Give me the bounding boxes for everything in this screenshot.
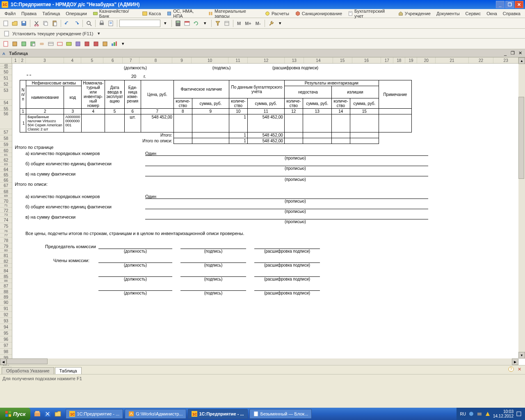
col-header-22[interactable]: 22: [469, 57, 494, 63]
wtab-help-icon[interactable]: ?: [507, 365, 515, 373]
row-header-75[interactable]: 75: [0, 223, 12, 229]
save-button[interactable]: [20, 19, 28, 27]
task-3[interactable]: 1C 1С:Предприятие - ...: [188, 409, 247, 419]
ql-1[interactable]: [33, 409, 42, 418]
wtab-table[interactable]: Таблица: [55, 367, 82, 374]
col-header-11[interactable]: 11: [228, 57, 248, 63]
open-button[interactable]: [11, 19, 19, 27]
maximize-button[interactable]: ❐: [505, 1, 514, 8]
col-header-17[interactable]: 17: [381, 57, 393, 63]
institution-button[interactable]: [2, 30, 11, 38]
ico-4[interactable]: [29, 40, 37, 48]
menu-documents[interactable]: Документы: [434, 10, 463, 17]
tray-icon-1[interactable]: [468, 411, 474, 417]
row-header-62[interactable]: 62: [0, 157, 12, 162]
col-header-20[interactable]: 20: [417, 57, 436, 63]
row-header-66[interactable]: 66: [0, 177, 12, 183]
row-header-71[interactable]: 71: [0, 203, 12, 208]
settings-button[interactable]: ▾: [201, 19, 209, 27]
row-header-59[interactable]: 59: [0, 142, 12, 148]
row-header-92[interactable]: 92: [0, 312, 12, 318]
menu-assets[interactable]: ОС, НМА, НПА: [164, 8, 205, 19]
col-header-6[interactable]: 6: [103, 57, 123, 63]
col-header-9[interactable]: 9: [172, 57, 192, 63]
ico-7[interactable]: [56, 40, 64, 48]
redo-button[interactable]: [72, 19, 80, 27]
row-header-57[interactable]: 57: [0, 129, 12, 135]
menu-edit[interactable]: Правка: [18, 10, 39, 17]
row-header-81[interactable]: 81: [0, 253, 12, 258]
show-desktop[interactable]: [516, 411, 522, 417]
row-header-83[interactable]: 83: [0, 264, 12, 268]
wtab-processing[interactable]: Обработка Указание: [2, 367, 54, 374]
ico-12[interactable]: [101, 40, 109, 48]
row-header-91[interactable]: 91: [0, 306, 12, 312]
ico-11[interactable]: [92, 40, 100, 48]
v-scroll-thumb[interactable]: [518, 97, 524, 179]
row-header-61[interactable]: 61: [0, 153, 12, 157]
task-1[interactable]: 1C 1С:Предприятие - ...: [66, 409, 123, 419]
col-header-12[interactable]: 12: [248, 57, 285, 63]
doc-close[interactable]: ✕: [517, 50, 523, 57]
ql-3[interactable]: [53, 409, 62, 418]
ico-5[interactable]: [38, 40, 46, 48]
preview-button[interactable]: [107, 19, 115, 27]
scroll-up[interactable]: ▲: [518, 57, 525, 64]
row-header-95[interactable]: 95: [0, 330, 12, 336]
row-header-53[interactable]: 53: [0, 87, 12, 100]
col-header-21[interactable]: 21: [436, 57, 468, 63]
doc-restore[interactable]: ❐: [509, 50, 516, 57]
calc-button[interactable]: [174, 19, 182, 27]
row-header-54[interactable]: 54: [0, 100, 12, 106]
row-header-70[interactable]: 70: [0, 198, 12, 203]
wtab-close-icon[interactable]: ✕: [515, 365, 523, 373]
font-input[interactable]: [119, 20, 160, 27]
ico-3[interactable]: [20, 40, 28, 48]
sort-button[interactable]: [223, 19, 231, 27]
clock[interactable]: 10:03 14.12.2012: [493, 409, 514, 418]
paste-button[interactable]: [50, 19, 59, 27]
row-header-96[interactable]: 96: [0, 336, 12, 342]
ico-8[interactable]: [65, 40, 73, 48]
h-scrollbar[interactable]: ◀ ▶: [0, 358, 518, 365]
row-header-68[interactable]: 68: [0, 189, 12, 194]
row-header-58[interactable]: 58: [0, 135, 12, 142]
col-header-1[interactable]: 1: [12, 57, 19, 63]
lang-indicator[interactable]: RU: [460, 412, 466, 416]
ico-13[interactable]: [110, 40, 118, 48]
start-button[interactable]: Пуск: [0, 408, 30, 420]
row-header-89[interactable]: 89: [0, 294, 12, 299]
wrench-dropdown[interactable]: ▾: [276, 19, 284, 27]
menu-inventory[interactable]: Материальные запасы: [205, 8, 262, 19]
menu-payroll[interactable]: Расчеты: [262, 10, 292, 17]
print-button[interactable]: [98, 19, 106, 27]
scroll-right[interactable]: ▶: [512, 358, 518, 365]
row-header-97[interactable]: 97: [0, 342, 12, 349]
row-header-85[interactable]: 85: [0, 274, 12, 279]
mem-m-plus[interactable]: M+: [243, 21, 253, 26]
row-header-63[interactable]: 63: [0, 162, 12, 167]
col-header-8[interactable]: 8: [139, 57, 172, 63]
row-header-87[interactable]: 87: [0, 283, 12, 289]
col-header-13[interactable]: 13: [285, 57, 304, 63]
menu-windows[interactable]: Окна: [484, 10, 500, 17]
menu-operations[interactable]: Операции: [63, 10, 89, 17]
row-header-90[interactable]: 90: [0, 299, 12, 306]
row-header-79[interactable]: 79: [0, 243, 12, 249]
col-header-4[interactable]: 4: [64, 57, 81, 63]
row-header-56[interactable]: 56: [0, 111, 12, 129]
menu-accounting[interactable]: Бухгалтерский учет: [345, 8, 395, 19]
col-header-7[interactable]: 7: [123, 57, 139, 63]
row-header-98[interactable]: 98: [0, 349, 12, 355]
row-header-88[interactable]: 88: [0, 289, 12, 294]
col-header-16[interactable]: 16: [352, 57, 381, 63]
v-scrollbar[interactable]: ▲ ▼: [518, 57, 525, 358]
tray-icon-3[interactable]: [485, 411, 491, 417]
refresh-button[interactable]: [192, 19, 200, 27]
row-header-50[interactable]: 50: [0, 69, 12, 75]
cut-button[interactable]: [32, 19, 41, 27]
row-header-94[interactable]: 94: [0, 324, 12, 330]
undo-button[interactable]: [63, 19, 71, 27]
row-header-80[interactable]: 80: [0, 249, 12, 253]
row-header-74[interactable]: 74: [0, 217, 12, 223]
